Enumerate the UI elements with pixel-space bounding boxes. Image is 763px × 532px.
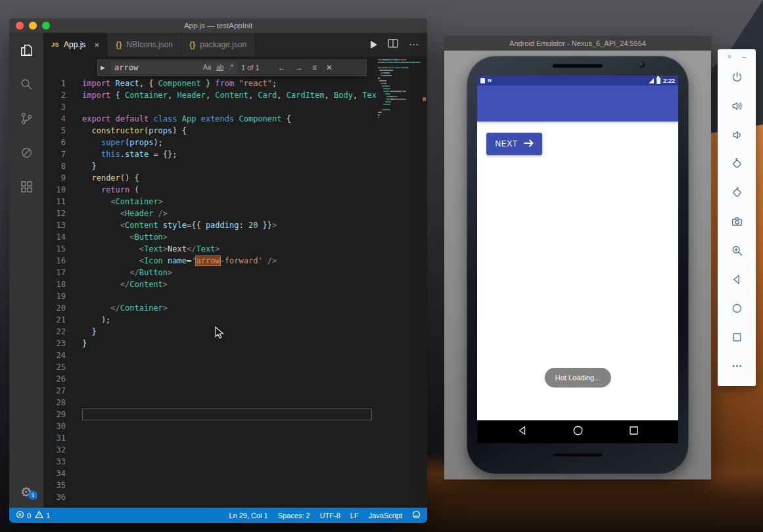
code-line-28[interactable]: 28 bbox=[43, 397, 427, 409]
code-line-19[interactable]: 19 bbox=[43, 290, 427, 302]
code-line-23[interactable]: 23} bbox=[43, 338, 427, 349]
feedback-smiley-icon[interactable] bbox=[412, 510, 421, 520]
language-mode[interactable]: JavaScript bbox=[369, 512, 402, 520]
code-line-35[interactable]: 35 bbox=[43, 479, 427, 491]
overview-icon[interactable] bbox=[731, 331, 743, 343]
tab-appjs[interactable]: JS App.js × bbox=[43, 33, 108, 56]
find-results-count: 1 of 1 bbox=[241, 64, 271, 72]
find-input[interactable] bbox=[111, 61, 200, 74]
code-line-34[interactable]: 34 bbox=[43, 468, 427, 479]
tab-label: NBIcons.json bbox=[126, 40, 173, 49]
find-widget: ▶ Aa ab .* 1 of 1 ← → ≡ ✕ bbox=[97, 59, 367, 76]
toggle-replace-icon[interactable]: ▶ bbox=[101, 64, 107, 71]
camera-icon[interactable] bbox=[731, 215, 743, 227]
code-line-27[interactable]: 27 bbox=[43, 385, 427, 397]
code-line-33[interactable]: 33 bbox=[43, 456, 427, 468]
whole-word-toggle[interactable]: ab bbox=[214, 62, 226, 72]
eol-type[interactable]: LF bbox=[350, 512, 359, 520]
close-button[interactable] bbox=[16, 22, 24, 30]
code-line-31[interactable]: 31 bbox=[43, 432, 427, 444]
explorer-icon[interactable] bbox=[18, 42, 34, 58]
battery-icon bbox=[657, 78, 660, 84]
volume-down-icon[interactable] bbox=[731, 129, 743, 141]
code-line-24[interactable]: 24 bbox=[43, 349, 427, 361]
rotate-left-icon[interactable] bbox=[731, 158, 743, 169]
power-icon[interactable] bbox=[731, 71, 743, 83]
code-line-26[interactable]: 26 bbox=[43, 373, 427, 385]
find-close-icon[interactable]: ✕ bbox=[323, 63, 335, 72]
code-area[interactable]: 1import React, { Component } from "react… bbox=[43, 56, 427, 508]
android-nav-bar bbox=[477, 420, 678, 443]
minimap-match-marker bbox=[423, 97, 426, 101]
code-line-12[interactable]: 12 <Header /> bbox=[43, 208, 427, 219]
next-button[interactable]: NEXT bbox=[486, 133, 542, 155]
errors-indicator[interactable]: 0 bbox=[16, 510, 31, 520]
phone-screen[interactable]: N 2:22 NEXT Hot Loading... bbox=[477, 76, 678, 443]
code-line-29[interactable]: 29 bbox=[43, 409, 427, 420]
code-line-15[interactable]: 15 <Text>Next</Text> bbox=[43, 243, 427, 255]
code-line-30[interactable]: 30 bbox=[43, 420, 427, 432]
tab-nbicons-json[interactable]: {} NBIcons.json bbox=[108, 33, 181, 56]
overview-icon[interactable] bbox=[628, 425, 639, 439]
code-line-20[interactable]: 20 </Container> bbox=[43, 302, 427, 314]
code-line-8[interactable]: 8 } bbox=[43, 160, 427, 172]
tab-package-json[interactable]: {} package.json bbox=[181, 33, 255, 56]
front-camera bbox=[639, 62, 645, 68]
code-line-1[interactable]: 1import React, { Component } from "react… bbox=[43, 78, 427, 89]
tab-close-icon[interactable]: × bbox=[94, 40, 99, 50]
vscode-titlebar[interactable]: App.js — testAppInit bbox=[9, 18, 427, 33]
find-next-button[interactable]: → bbox=[292, 63, 306, 72]
emulator-title: Android Emulator - Nexus_6_API_24:5554 bbox=[509, 39, 646, 47]
toolbar-minimize-icon[interactable]: – bbox=[742, 53, 746, 60]
find-previous-button[interactable]: ← bbox=[275, 63, 289, 72]
more-icon[interactable] bbox=[731, 360, 743, 372]
minimize-button[interactable] bbox=[29, 22, 37, 30]
code-line-14[interactable]: 14 <Button> bbox=[43, 231, 427, 243]
zoom-icon[interactable] bbox=[731, 244, 743, 256]
find-in-selection-icon[interactable]: ≡ bbox=[310, 63, 319, 72]
code-line-10[interactable]: 10 return ( bbox=[43, 184, 427, 196]
warnings-indicator[interactable]: 1 bbox=[35, 510, 50, 520]
zoom-button[interactable] bbox=[42, 22, 50, 30]
code-line-7[interactable]: 7 this.state = {}; bbox=[43, 148, 427, 160]
indentation[interactable]: Spaces: 2 bbox=[278, 512, 310, 520]
code-line-9[interactable]: 9 render() { bbox=[43, 172, 427, 184]
code-line-4[interactable]: 4export default class App extends Compon… bbox=[43, 113, 427, 125]
volume-up-icon[interactable] bbox=[731, 100, 743, 112]
code-line-18[interactable]: 18 </Content> bbox=[43, 278, 427, 290]
code-line-36[interactable]: 36 bbox=[43, 491, 427, 503]
match-case-toggle[interactable]: Aa bbox=[200, 62, 214, 72]
regex-toggle[interactable]: .* bbox=[226, 62, 236, 72]
code-line-13[interactable]: 13 <Content style={{ padding: 20 }}> bbox=[43, 219, 427, 231]
code-line-11[interactable]: 11 <Container> bbox=[43, 196, 427, 208]
emulator-titlebar[interactable]: Android Emulator - Nexus_6_API_24:5554 bbox=[444, 36, 711, 51]
rotate-right-icon[interactable] bbox=[731, 187, 743, 198]
split-editor-icon[interactable] bbox=[388, 39, 398, 51]
code-line-22[interactable]: 22 } bbox=[43, 326, 427, 338]
code-line-16[interactable]: 16 <Icon name='arrow-forward' /> bbox=[43, 255, 427, 267]
code-line-17[interactable]: 17 </Button> bbox=[43, 267, 427, 278]
code-line-25[interactable]: 25 bbox=[43, 361, 427, 373]
home-icon[interactable] bbox=[572, 425, 584, 439]
more-actions-icon[interactable]: ⋯ bbox=[409, 39, 419, 51]
encoding[interactable]: UTF-8 bbox=[320, 512, 340, 520]
back-icon[interactable] bbox=[517, 425, 528, 439]
debug-icon[interactable] bbox=[18, 144, 34, 160]
code-line-5[interactable]: 5 constructor(props) { bbox=[43, 125, 427, 137]
code-line-2[interactable]: 2import { Container, Header, Content, Ca… bbox=[43, 89, 427, 101]
code-line-6[interactable]: 6 super(props); bbox=[43, 137, 427, 148]
home-icon[interactable] bbox=[731, 302, 743, 314]
back-icon[interactable] bbox=[731, 273, 743, 285]
source-control-icon[interactable] bbox=[18, 110, 34, 126]
code-line-32[interactable]: 32 bbox=[43, 444, 427, 456]
search-icon[interactable] bbox=[18, 76, 34, 92]
code-line-21[interactable]: 21 ); bbox=[43, 314, 427, 326]
minimap[interactable] bbox=[376, 59, 422, 154]
warnings-count: 1 bbox=[46, 512, 50, 520]
extensions-icon[interactable] bbox=[18, 179, 34, 194]
toolbar-close-icon[interactable]: × bbox=[728, 53, 731, 60]
code-line-3[interactable]: 3 bbox=[43, 101, 427, 113]
tab-label: App.js bbox=[64, 40, 85, 49]
run-button[interactable] bbox=[371, 41, 377, 49]
cursor-position[interactable]: Ln 29, Col 1 bbox=[229, 512, 267, 520]
